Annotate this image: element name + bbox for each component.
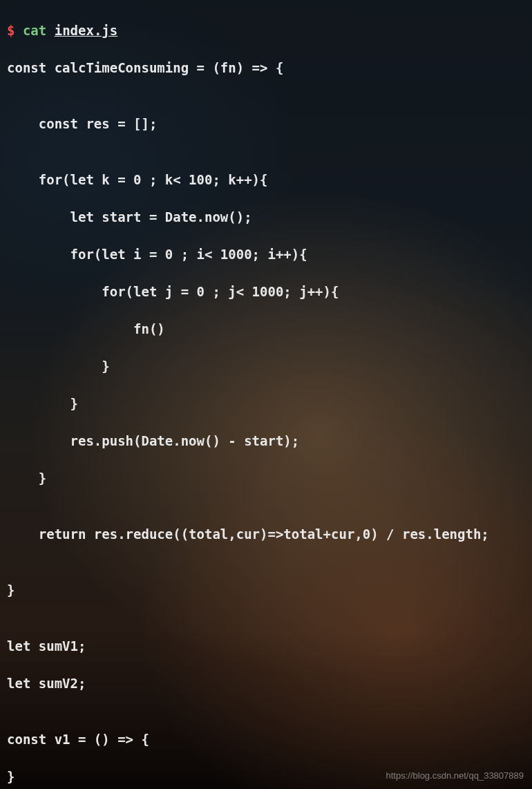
code-line: for(let j = 0 ; j< 1000; j++){ [7, 283, 525, 301]
code-line: } [7, 357, 525, 376]
code-line: fn() [7, 320, 525, 339]
terminal[interactable]: $ cat index.js const calcTimeConsuming =… [0, 0, 532, 789]
code-line: } [7, 394, 525, 413]
code-line: const v1 = () => { [7, 730, 525, 749]
code-line: for(let k = 0 ; k< 100; k++){ [7, 171, 525, 189]
code-line: let start = Date.now(); [7, 208, 525, 227]
prompt-dollar: $ [7, 23, 15, 38]
code-line: let sumV1; [7, 637, 525, 656]
code-line: } [7, 581, 525, 600]
command-cat: cat [23, 23, 46, 38]
arg-indexjs: index.js [55, 23, 118, 38]
code-line: } [7, 469, 525, 488]
code-line: const calcTimeConsuming = (fn) => { [7, 59, 525, 77]
command-line-1: $ cat index.js [7, 21, 525, 40]
code-line: const res = []; [7, 115, 525, 133]
code-line: let sumV2; [7, 674, 525, 693]
code-line: res.push(Date.now() - start); [7, 432, 525, 450]
code-line: for(let i = 0 ; i< 1000; i++){ [7, 245, 525, 264]
watermark: https://blog.csdn.net/qq_33807889 [386, 766, 524, 785]
code-line: return res.reduce((total,cur)=>total+cur… [7, 525, 525, 544]
